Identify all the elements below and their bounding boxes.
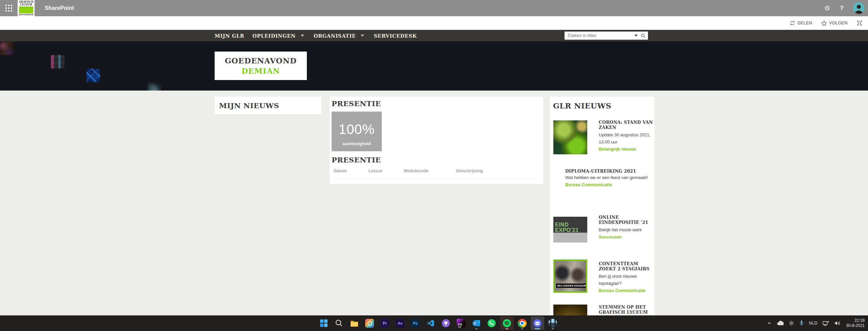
chevron-down-icon	[301, 35, 304, 37]
chrome-icon	[518, 319, 527, 328]
settings-gear-icon[interactable]: ⚙	[824, 4, 830, 12]
suite-bar-right: ⚙ ?	[824, 2, 868, 14]
news-category-link[interactable]: Bureau Communicatie	[565, 182, 650, 187]
file-explorer-button[interactable]	[348, 316, 361, 330]
presentie-title: PRESENTIE	[332, 99, 540, 108]
hero-banner: GOEDENAVOND DEMIAN	[0, 41, 868, 91]
outlook-icon	[472, 319, 481, 328]
nav-item-mijn-glr[interactable]: MIJN GLR	[215, 33, 244, 39]
news-image-corona[interactable]	[553, 120, 587, 154]
mijn-nieuws-title: MIJN NIEUWS	[219, 101, 279, 110]
news-title[interactable]: CONTENTTEAM ZOEKT 2 STAGIAIRS	[599, 261, 654, 271]
news-title[interactable]: STEMMEN OP HET GRAFISCH LYCEUM	[599, 305, 654, 315]
news-category-link[interactable]: Belangrijk nieuws	[599, 147, 654, 152]
github-icon	[441, 319, 450, 328]
main-navigation: MIJN GLR OPLEIDINGEN ORGANISATIE SERVICE…	[0, 30, 868, 41]
focus-mode-button[interactable]	[856, 20, 863, 26]
greeting-box: GOEDENAVOND DEMIAN	[215, 52, 307, 80]
star-icon	[821, 20, 827, 26]
windows-start-icon	[320, 319, 328, 327]
onedrive-icon[interactable]	[777, 321, 784, 326]
adobe-creative-cloud-button[interactable]	[363, 316, 376, 330]
glr-logo-line3: ROTTERDAM	[19, 13, 34, 16]
app-launcher-button[interactable]	[0, 0, 18, 16]
follow-button[interactable]: VOLGEN	[821, 20, 848, 26]
chrome-button[interactable]	[515, 316, 529, 330]
running-indicator	[475, 328, 477, 329]
taskbar-icons: Pr Ae Ps PS	[317, 316, 559, 330]
clock[interactable]: 22:19 30-8-2021	[846, 318, 865, 328]
expo-image-text: EIND EXPO'21	[555, 222, 579, 233]
presentie-table-header: Datum Lesuur Modulecode Omschrijving	[332, 169, 540, 173]
whatsapp-button[interactable]	[485, 316, 498, 330]
news-image-stagiairs[interactable]: WIJ ZOEKEN STAGIAIRES!	[553, 259, 587, 293]
news-category-link[interactable]: Successen	[599, 234, 654, 239]
hero-photo-concert	[0, 41, 14, 55]
hero-photo-smoke	[147, 82, 161, 91]
attendance-label: aanwezigheid	[342, 141, 371, 146]
spotify-button[interactable]	[500, 316, 514, 330]
news-title[interactable]: DIPLOMA-UITREIKING 2021	[565, 169, 650, 174]
screen: GRAFISCH LYCEUM ROTTERDAM SharePoint ⚙ ?	[0, 0, 868, 331]
user-avatar[interactable]	[853, 2, 865, 14]
nav-item-opleidingen[interactable]: OPLEIDINGEN	[252, 33, 305, 39]
vscode-icon	[427, 319, 435, 327]
page-content: MIJN NIEUWS PRESENTIE 100% aanwezigheid …	[0, 91, 868, 315]
avatar-image	[853, 2, 865, 14]
premiere-pro-button[interactable]: Pr	[378, 316, 392, 330]
chevron-down-icon	[361, 35, 364, 37]
outlook-button[interactable]	[470, 316, 483, 330]
nav-label: ORGANISATIE	[314, 33, 356, 39]
creative-cloud-icon	[365, 319, 374, 328]
nav-item-servicedesk[interactable]: SERVICEDESK	[374, 33, 417, 39]
column-header-modulecode: Modulecode	[404, 169, 456, 173]
hero-photo-neon-portraits	[51, 55, 64, 69]
search-scope-dropdown-icon[interactable]	[634, 35, 638, 37]
discord-icon	[533, 319, 542, 328]
nav-label: MIJN GLR	[215, 33, 244, 39]
photoshop-button[interactable]: Ps	[409, 316, 422, 330]
spotify-icon	[502, 319, 511, 328]
presentie-card: PRESENTIE 100% aanwezigheid PRESENTIE Da…	[330, 97, 543, 184]
network-icon[interactable]	[823, 320, 829, 326]
share-label: DELEN	[797, 21, 812, 25]
news-title[interactable]: CORONA: STAND VAN ZAKEN	[599, 120, 654, 130]
attendance-percentage: 100%	[339, 122, 375, 137]
volume-icon[interactable]	[834, 320, 841, 326]
news-description: Bekijk het mooie werk	[599, 226, 654, 233]
taskbar-search-button[interactable]	[332, 316, 346, 330]
command-bar: DELEN VOLGEN	[0, 16, 868, 30]
news-category-link[interactable]: Bureau Communicatie	[599, 288, 654, 293]
greeting-line1: GOEDENAVOND	[225, 56, 297, 65]
presentie-table-title: PRESENTIE	[332, 156, 540, 164]
nav-item-organisatie[interactable]: ORGANISATIE	[314, 33, 366, 39]
tray-expand-chevron-icon[interactable]	[767, 321, 772, 326]
search-input[interactable]	[565, 33, 634, 38]
stagiairs-image-label: WIJ ZOEKEN STAGIAIRES!	[556, 284, 587, 288]
nav-label: SERVICEDESK	[374, 33, 417, 39]
help-icon[interactable]: ?	[840, 5, 844, 12]
github-desktop-button[interactable]	[439, 316, 453, 330]
follow-label: VOLGEN	[829, 21, 848, 25]
phpstorm-button[interactable]: PS	[454, 316, 468, 330]
city-app-button[interactable]	[546, 316, 559, 330]
whatsapp-icon	[487, 319, 496, 328]
start-button[interactable]	[317, 316, 331, 330]
news-description: Update 30 augustus 2021, 13.00 uur	[599, 131, 654, 145]
discord-button[interactable]	[531, 316, 544, 330]
search-icon[interactable]	[641, 34, 645, 38]
glr-logo-green-block	[19, 6, 33, 13]
suite-bar: GRAFISCH LYCEUM ROTTERDAM SharePoint ⚙ ?	[0, 0, 868, 16]
glr-logo[interactable]: GRAFISCH LYCEUM ROTTERDAM	[18, 0, 35, 16]
news-image-eind-expo[interactable]: EIND EXPO'21	[553, 217, 587, 242]
news-title[interactable]: ONLINE EINDEXPOSITIE '21	[599, 215, 654, 225]
keyboard-language-indicator[interactable]: NLD	[809, 321, 818, 326]
phpstorm-icon: PS	[457, 319, 466, 328]
vscode-button[interactable]	[424, 316, 437, 330]
microphone-icon[interactable]	[799, 320, 804, 326]
share-button[interactable]: DELEN	[790, 20, 812, 26]
night-light-sun-icon[interactable]	[789, 320, 794, 326]
after-effects-button[interactable]: Ae	[393, 316, 407, 330]
news-image-stemmen[interactable]	[553, 305, 587, 315]
nav-label: OPLEIDINGEN	[252, 33, 295, 39]
